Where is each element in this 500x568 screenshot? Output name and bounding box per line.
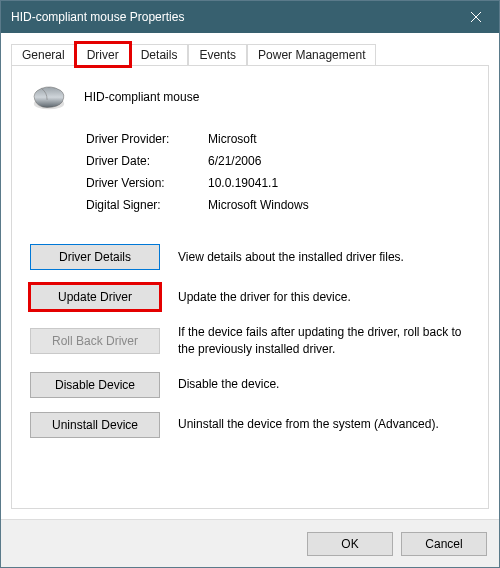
action-row-update: Update Driver Update the driver for this… bbox=[30, 284, 470, 310]
window-title: HID-compliant mouse Properties bbox=[11, 10, 453, 24]
tab-panel-driver: HID-compliant mouse Driver Provider: Mic… bbox=[11, 65, 489, 509]
info-row-date: Driver Date: 6/21/2006 bbox=[86, 154, 470, 168]
ok-button[interactable]: OK bbox=[307, 532, 393, 556]
date-label: Driver Date: bbox=[86, 154, 208, 168]
update-driver-desc: Update the driver for this device. bbox=[178, 289, 470, 306]
tab-driver[interactable]: Driver bbox=[76, 43, 130, 66]
info-row-version: Driver Version: 10.0.19041.1 bbox=[86, 176, 470, 190]
tab-strip: General Driver Details Events Power Mana… bbox=[11, 41, 489, 65]
close-icon bbox=[471, 12, 481, 22]
tab-events[interactable]: Events bbox=[188, 44, 247, 65]
uninstall-device-desc: Uninstall the device from the system (Ad… bbox=[178, 416, 470, 433]
action-row-details: Driver Details View details about the in… bbox=[30, 244, 470, 270]
close-button[interactable] bbox=[453, 1, 499, 33]
titlebar: HID-compliant mouse Properties bbox=[1, 1, 499, 33]
signer-label: Digital Signer: bbox=[86, 198, 208, 212]
action-row-rollback: Roll Back Driver If the device fails aft… bbox=[30, 324, 470, 358]
mouse-icon bbox=[30, 82, 68, 112]
dialog-footer: OK Cancel bbox=[1, 519, 499, 567]
uninstall-device-button[interactable]: Uninstall Device bbox=[30, 412, 160, 438]
action-row-disable: Disable Device Disable the device. bbox=[30, 372, 470, 398]
driver-details-desc: View details about the installed driver … bbox=[178, 249, 470, 266]
tab-power-management[interactable]: Power Management bbox=[247, 44, 376, 65]
version-label: Driver Version: bbox=[86, 176, 208, 190]
driver-details-button[interactable]: Driver Details bbox=[30, 244, 160, 270]
disable-device-button[interactable]: Disable Device bbox=[30, 372, 160, 398]
roll-back-driver-desc: If the device fails after updating the d… bbox=[178, 324, 470, 358]
properties-dialog: HID-compliant mouse Properties General D… bbox=[0, 0, 500, 568]
disable-device-desc: Disable the device. bbox=[178, 376, 470, 393]
roll-back-driver-button: Roll Back Driver bbox=[30, 328, 160, 354]
cancel-button[interactable]: Cancel bbox=[401, 532, 487, 556]
update-driver-button[interactable]: Update Driver bbox=[30, 284, 160, 310]
info-row-signer: Digital Signer: Microsoft Windows bbox=[86, 198, 470, 212]
action-row-uninstall: Uninstall Device Uninstall the device fr… bbox=[30, 412, 470, 438]
signer-value: Microsoft Windows bbox=[208, 198, 309, 212]
client-area: General Driver Details Events Power Mana… bbox=[1, 33, 499, 519]
provider-value: Microsoft bbox=[208, 132, 257, 146]
date-value: 6/21/2006 bbox=[208, 154, 261, 168]
driver-info: Driver Provider: Microsoft Driver Date: … bbox=[86, 128, 470, 220]
tab-details[interactable]: Details bbox=[130, 44, 189, 65]
driver-actions: Driver Details View details about the in… bbox=[30, 244, 470, 438]
device-name: HID-compliant mouse bbox=[84, 90, 199, 104]
version-value: 10.0.19041.1 bbox=[208, 176, 278, 190]
tab-general[interactable]: General bbox=[11, 44, 76, 65]
device-header: HID-compliant mouse bbox=[30, 82, 470, 112]
info-row-provider: Driver Provider: Microsoft bbox=[86, 132, 470, 146]
provider-label: Driver Provider: bbox=[86, 132, 208, 146]
